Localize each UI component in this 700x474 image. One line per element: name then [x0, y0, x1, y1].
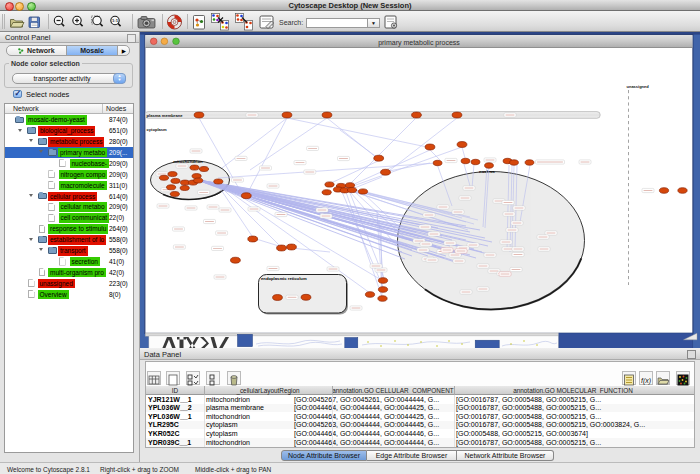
- svg-text:plasma membrane: plasma membrane: [147, 113, 184, 118]
- svg-text:f(x): f(x): [641, 377, 651, 385]
- svg-text:primary metabolic process: primary metabolic process: [378, 39, 460, 47]
- svg-text:endoplasmic reticulum: endoplasmic reticulum: [261, 276, 307, 281]
- svg-text:mitochondrion: mitochondrion: [173, 159, 203, 164]
- svg-text:cytoplasm: cytoplasm: [147, 127, 168, 132]
- svg-text:nucleus: nucleus: [479, 169, 495, 174]
- svg-text:unassigned: unassigned: [627, 84, 650, 89]
- svg-text:1:1: 1:1: [112, 18, 119, 23]
